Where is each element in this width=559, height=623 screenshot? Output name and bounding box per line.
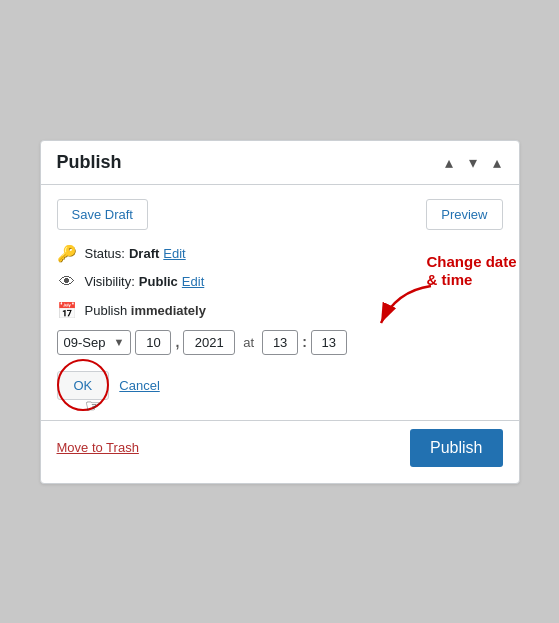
visibility-label: Visibility: [85,274,135,289]
publish-time-row: 📅 Publish immediately [57,301,503,320]
collapse-down-button[interactable]: ▾ [465,151,481,174]
visibility-value: Public [139,274,178,289]
publish-immediately-text: immediately [131,303,206,318]
header-controls: ▴ ▾ ▴ [441,151,505,174]
minute-input[interactable] [311,330,347,355]
collapse-up-button[interactable]: ▴ [441,151,457,174]
action-row: Save Draft Preview [57,199,503,230]
panel-header: Publish ▴ ▾ ▴ [41,141,519,185]
publish-panel: Publish ▴ ▾ ▴ Save Draft Preview 🔑 Statu… [40,140,520,484]
year-input[interactable] [183,330,235,355]
date-time-row: 09-Sep 01-Jan 02-Feb 03-Mar 04-Apr 05-Ma… [57,330,503,355]
at-label: at [243,335,254,350]
ok-button-wrapper: OK ☞ [57,371,110,400]
ok-button[interactable]: OK [57,371,110,400]
panel-title: Publish [57,152,122,173]
cancel-button[interactable]: Cancel [119,378,159,393]
visibility-edit-link[interactable]: Edit [182,274,204,289]
month-select-wrapper[interactable]: 09-Sep 01-Jan 02-Feb 03-Mar 04-Apr 05-Ma… [57,330,132,355]
panel-body: Save Draft Preview 🔑 Status: Draft Edit … [41,185,519,400]
hour-input[interactable] [262,330,298,355]
visibility-row: 👁 Visibility: Public Edit [57,273,503,291]
publish-button[interactable]: Publish [410,429,502,467]
status-label: Status: [85,246,125,261]
bottom-row: Move to Trash Publish [41,420,519,467]
colon-separator: : [302,334,307,350]
publish-label: Publish [85,303,128,318]
cursor-icon: ☞ [85,395,101,417]
day-input[interactable] [135,330,171,355]
key-icon: 🔑 [57,244,77,263]
preview-button[interactable]: Preview [426,199,502,230]
month-select[interactable]: 09-Sep 01-Jan 02-Feb 03-Mar 04-Apr 05-Ma… [64,335,112,350]
status-edit-link[interactable]: Edit [163,246,185,261]
expand-button[interactable]: ▴ [489,151,505,174]
eye-icon: 👁 [57,273,77,291]
ok-cancel-row: OK ☞ Cancel [57,371,503,400]
comma-separator: , [175,334,179,350]
move-to-trash-button[interactable]: Move to Trash [57,440,139,455]
status-value: Draft [129,246,159,261]
calendar-icon: 📅 [57,301,77,320]
save-draft-button[interactable]: Save Draft [57,199,148,230]
dropdown-arrow-icon: ▼ [114,336,125,348]
status-row: 🔑 Status: Draft Edit [57,244,503,263]
